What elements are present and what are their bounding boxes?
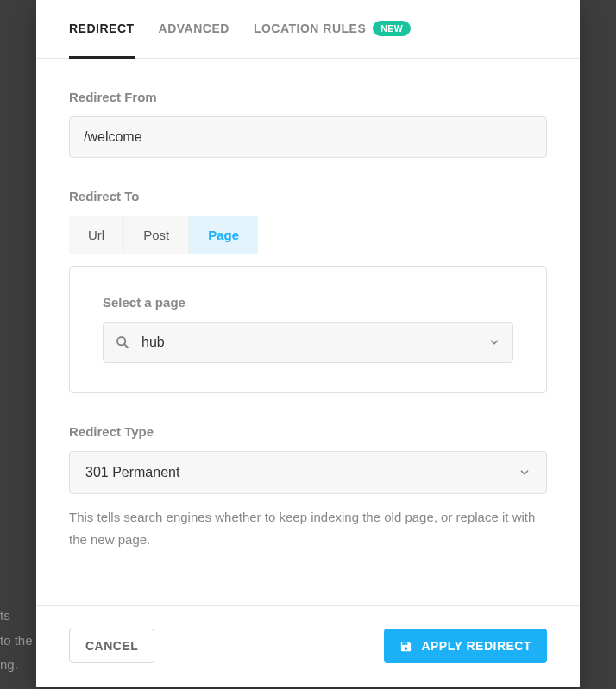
tab-label: ADVANCED — [159, 22, 229, 35]
tab-advanced[interactable]: ADVANCED — [159, 1, 229, 59]
redirect-type-value: 301 Permanent — [85, 465, 519, 480]
segment-post[interactable]: Post — [124, 216, 189, 254]
tabs: REDIRECT ADVANCED LOCATION RULES NEW — [36, 0, 580, 59]
segment-label: Post — [143, 228, 169, 242]
segment-label: Page — [208, 228, 239, 242]
cancel-button[interactable]: CANCEL — [69, 629, 154, 663]
tab-label: LOCATION RULES — [254, 22, 366, 35]
page-search-select[interactable]: hub — [103, 322, 513, 363]
modal-footer: CANCEL APPLY REDIRECT — [36, 605, 580, 687]
redirect-from-label: Redirect From — [69, 90, 547, 104]
button-label: CANCEL — [85, 639, 138, 653]
redirect-type-helper: This tells search engines whether to kee… — [69, 506, 547, 550]
modal-body: Redirect From Redirect To Url Post Page … — [36, 59, 580, 562]
button-label: APPLY REDIRECT — [421, 639, 531, 653]
segment-label: Url — [88, 228, 104, 242]
apply-redirect-button[interactable]: APPLY REDIRECT — [384, 629, 547, 663]
redirect-from-section: Redirect From — [69, 90, 547, 158]
chevron-down-icon — [488, 336, 500, 348]
tab-location-rules[interactable]: LOCATION RULES NEW — [254, 1, 411, 59]
redirect-to-section: Redirect To Url Post Page Select a page — [69, 189, 547, 393]
background-text: ts to the ng. — [0, 604, 35, 678]
svg-line-1 — [124, 344, 128, 348]
segment-page[interactable]: Page — [189, 216, 258, 254]
redirect-to-segments: Url Post Page — [69, 216, 258, 254]
redirect-to-label: Redirect To — [69, 189, 547, 204]
search-icon — [116, 335, 129, 349]
chevron-down-icon — [519, 467, 531, 479]
redirect-type-select[interactable]: 301 Permanent — [69, 451, 547, 494]
save-icon — [399, 640, 412, 653]
select-page-label: Select a page — [103, 295, 513, 310]
page-select-value: hub — [141, 335, 488, 350]
redirect-type-section: Redirect Type 301 Permanent This tells s… — [69, 424, 547, 550]
redirect-type-label: Redirect Type — [69, 424, 547, 439]
tab-label: REDIRECT — [69, 22, 135, 35]
new-badge: NEW — [373, 21, 411, 36]
page-select-panel: Select a page hub — [69, 266, 547, 393]
redirect-from-input[interactable] — [69, 116, 547, 158]
tab-redirect[interactable]: REDIRECT — [69, 1, 135, 59]
segment-url[interactable]: Url — [69, 216, 124, 254]
redirect-modal: REDIRECT ADVANCED LOCATION RULES NEW Red… — [36, 0, 580, 687]
